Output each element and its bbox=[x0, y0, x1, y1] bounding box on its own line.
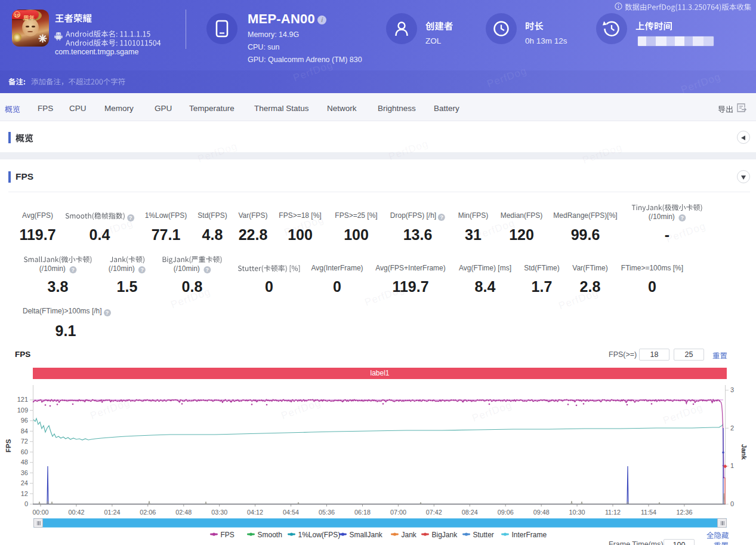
svg-text:12: 12 bbox=[21, 490, 28, 497]
svg-text:00:00: 00:00 bbox=[32, 509, 48, 516]
svg-text:00:42: 00:42 bbox=[68, 509, 84, 516]
svg-text:1: 1 bbox=[730, 462, 734, 469]
svg-text:2: 2 bbox=[730, 424, 734, 432]
svg-text:84: 84 bbox=[21, 427, 28, 435]
svg-text:60: 60 bbox=[21, 448, 28, 455]
svg-text:24: 24 bbox=[21, 479, 28, 487]
svg-text:09:06: 09:06 bbox=[498, 509, 514, 516]
svg-text:04:12: 04:12 bbox=[247, 509, 263, 516]
svg-text:10:30: 10:30 bbox=[569, 509, 585, 516]
svg-text:04:54: 04:54 bbox=[283, 509, 299, 516]
svg-text:03:30: 03:30 bbox=[211, 509, 227, 516]
svg-text:11:54: 11:54 bbox=[641, 509, 656, 516]
svg-text:72: 72 bbox=[21, 438, 28, 445]
svg-text:FPS: FPS bbox=[5, 439, 12, 452]
svg-text:48: 48 bbox=[21, 458, 28, 466]
svg-text:11:12: 11:12 bbox=[605, 509, 621, 516]
svg-text:01:24: 01:24 bbox=[104, 509, 120, 516]
svg-text:08:24: 08:24 bbox=[462, 509, 478, 516]
svg-text:121: 121 bbox=[17, 396, 28, 403]
svg-text:3: 3 bbox=[730, 386, 734, 393]
svg-text:02:48: 02:48 bbox=[175, 509, 192, 516]
svg-text:96: 96 bbox=[21, 417, 28, 424]
svg-text:0: 0 bbox=[730, 500, 734, 507]
svg-text:12:36: 12:36 bbox=[676, 509, 692, 516]
svg-text:09:48: 09:48 bbox=[533, 509, 550, 516]
svg-text:Jank: Jank bbox=[740, 444, 748, 460]
svg-text:02:06: 02:06 bbox=[140, 509, 156, 516]
svg-text:109: 109 bbox=[17, 407, 28, 414]
svg-text:0: 0 bbox=[24, 500, 28, 507]
svg-text:06:18: 06:18 bbox=[354, 509, 371, 516]
svg-text:05:36: 05:36 bbox=[319, 509, 335, 516]
svg-text:36: 36 bbox=[21, 469, 28, 476]
svg-text:07:00: 07:00 bbox=[390, 509, 406, 516]
svg-text:07:42: 07:42 bbox=[426, 509, 442, 516]
